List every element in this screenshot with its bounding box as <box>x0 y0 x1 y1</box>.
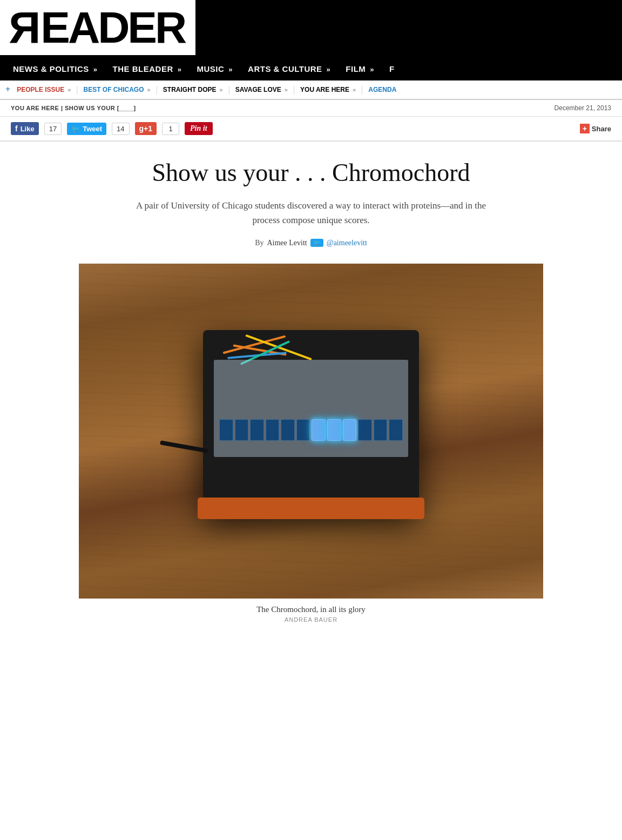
sub-nav-agenda[interactable]: AGENDA <box>364 86 404 93</box>
facebook-like-label: Like <box>21 125 35 133</box>
nav-item-film[interactable]: FILM <box>338 64 382 73</box>
sub-nav-straight-dope[interactable]: STRAIGHT DOPE <box>159 86 227 93</box>
main-nav: NEWS & POLITICS THE BLEADER MUSIC ARTS &… <box>0 57 622 80</box>
header-ad-area <box>195 0 622 55</box>
sub-nav-divider-4: | <box>293 85 295 95</box>
pinterest-button[interactable]: Pin it <box>185 122 213 135</box>
article-image <box>79 264 543 599</box>
sub-nav-savage-love[interactable]: SAVAGE LOVE <box>231 86 292 93</box>
googleplus-count: 1 <box>162 123 179 135</box>
facebook-icon: f <box>15 124 18 133</box>
article-subtitle: A pair of University of Chicago students… <box>122 198 500 227</box>
pinterest-label: Pin it <box>190 124 207 133</box>
article-container: Show us your . . . Chromochord A pair of… <box>68 142 554 650</box>
sub-nav-divider-5: | <box>361 85 363 95</box>
social-bar: f Like 17 🐦 Tweet 14 g+1 1 Pin it + Shar… <box>0 117 622 142</box>
image-caption: The Chromochord, in all its glory <box>79 605 543 614</box>
nav-item-more[interactable]: F <box>382 64 407 73</box>
twitter-tweet-label: Tweet <box>83 125 102 133</box>
sub-nav-you-are-here[interactable]: YOU ARE HERE <box>296 86 360 93</box>
facebook-count: 17 <box>44 123 62 135</box>
author-twitter-handle[interactable]: @aimeelevitt <box>327 239 367 247</box>
article-title: Show us your . . . Chromochord <box>79 158 543 187</box>
sub-nav-divider-3: | <box>228 85 230 95</box>
logo[interactable]: READER <box>0 0 195 55</box>
nav-item-arts-culture[interactable]: ARTS & CULTURE <box>240 64 338 73</box>
nav-item-news-politics[interactable]: NEWS & POLITICS <box>5 64 105 73</box>
site-header: READER <box>0 0 622 57</box>
author-twitter-icon: 🐦 <box>310 239 323 247</box>
sub-nav-divider-1: | <box>76 85 78 95</box>
share-plus-icon: + <box>580 124 590 133</box>
article-byline: By Aimee Levitt 🐦 @aimeelevitt <box>79 239 543 247</box>
twitter-tweet-button[interactable]: 🐦 Tweet <box>67 123 106 135</box>
sub-nav-people-issue[interactable]: PEOPLE ISSUE <box>12 86 75 93</box>
author-link[interactable]: Aimee Levitt <box>267 239 307 247</box>
image-credit: ANDREA BAUER <box>79 616 543 623</box>
publish-date: December 21, 2013 <box>555 104 611 112</box>
nav-item-bleader[interactable]: THE BLEADER <box>105 64 190 73</box>
googleplus-button[interactable]: g+1 <box>135 122 157 135</box>
byline-prefix: By <box>255 239 263 247</box>
twitter-bird-icon: 🐦 <box>71 125 80 133</box>
googleplus-label: g+1 <box>139 124 153 133</box>
facebook-like-button[interactable]: f Like <box>11 122 39 135</box>
share-label: Share <box>592 125 611 133</box>
article-image-container: The Chromochord, in all its glory ANDREA… <box>79 264 543 623</box>
sub-nav-divider-2: | <box>156 85 158 95</box>
share-button[interactable]: + Share <box>580 124 611 133</box>
logo-text: EADER <box>40 3 185 52</box>
breadcrumb-bar: YOU ARE HERE | SHOW US YOUR [____] Decem… <box>0 100 622 117</box>
chromochord-device <box>203 330 419 514</box>
sub-nav: + PEOPLE ISSUE | BEST OF CHICAGO | STRAI… <box>0 80 622 100</box>
logo-reversed-r: R <box>11 5 40 50</box>
sub-nav-plus-icon: + <box>5 85 10 95</box>
nav-item-music[interactable]: MUSIC <box>189 64 240 73</box>
breadcrumb: YOU ARE HERE | SHOW US YOUR [____] <box>11 105 136 111</box>
twitter-count: 14 <box>112 123 129 135</box>
sub-nav-best-of-chicago[interactable]: BEST OF CHICAGO <box>79 86 154 93</box>
